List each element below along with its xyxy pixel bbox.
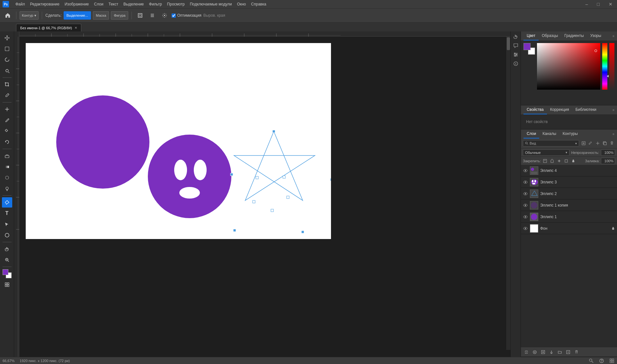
home-tool-btn[interactable] — [3, 10, 13, 21]
layer-item-ellipse4[interactable]: Эллипс 4 — [521, 165, 617, 176]
document-tab[interactable]: Без имени-1 @ 66,7% (RGB/8#) ✕ — [16, 24, 81, 31]
layer-item-ellipse1copy[interactable]: Эллипс 1 копия — [521, 200, 617, 211]
menu-file[interactable]: Файл — [15, 2, 25, 6]
status-help-icon[interactable] — [599, 358, 604, 363]
menu-select[interactable]: Выделение — [123, 2, 144, 6]
zoom-tool[interactable] — [2, 255, 12, 265]
menu-filter[interactable]: Фильтр — [149, 2, 162, 6]
layer-search-dropdown[interactable]: ▾ — [575, 142, 577, 145]
layer-visibility-ellipse3[interactable] — [523, 180, 528, 185]
brush-tool[interactable] — [2, 115, 12, 125]
tab-channels[interactable]: Каналы — [539, 129, 559, 138]
color-picker-indicator[interactable] — [595, 49, 597, 52]
optimize-checkbox[interactable] — [172, 13, 176, 18]
selection-button[interactable]: Выделение... — [64, 11, 91, 20]
layer-delete-icon[interactable] — [609, 140, 615, 146]
lock-all-icon[interactable] — [570, 158, 576, 164]
layer-copy-icon[interactable] — [602, 140, 608, 146]
lock-transparent-icon[interactable] — [542, 158, 548, 164]
color-saturation-picker[interactable] — [537, 43, 600, 90]
menu-plugins[interactable]: Подключаемые модули — [190, 2, 232, 6]
tab-corrections[interactable]: Коррекция — [547, 105, 572, 114]
path-dropdown[interactable]: Контур ▾ — [20, 11, 39, 20]
hand-panel-icon[interactable] — [512, 33, 520, 40]
tab-color[interactable]: Цвет — [523, 31, 539, 40]
tab-gradients[interactable]: Градиенты — [561, 31, 587, 40]
layer-folder-btn[interactable] — [556, 349, 563, 356]
hand-tool[interactable] — [2, 244, 12, 254]
window-maximize[interactable]: □ — [595, 2, 602, 7]
tab-close-btn[interactable]: ✕ — [75, 26, 77, 30]
layer-adj-btn[interactable] — [548, 349, 555, 356]
layer-mask-btn[interactable] — [540, 349, 547, 356]
status-search-icon[interactable] — [589, 358, 594, 363]
fg-bg-swatches[interactable] — [523, 43, 535, 55]
layer-search-bar[interactable]: Вид ▾ — [523, 140, 579, 146]
fg-color-swatch[interactable] — [3, 269, 8, 275]
settings-btn[interactable] — [159, 10, 170, 21]
lasso-tool[interactable] — [2, 55, 12, 65]
lock-artboard-icon[interactable] — [563, 158, 569, 164]
menu-image[interactable]: Изображение — [65, 2, 89, 6]
move-tool[interactable] — [2, 33, 12, 43]
shape-button[interactable]: Фигура — [111, 11, 128, 20]
layer-move-icon[interactable] — [595, 140, 601, 146]
scrollbar-thumb[interactable] — [507, 37, 510, 50]
layer-item-ellipse1[interactable]: Эллипс 1 — [521, 211, 617, 223]
history-tool[interactable] — [2, 137, 12, 147]
layer-visibility-background[interactable] — [523, 226, 528, 231]
menu-text[interactable]: Текст — [109, 2, 118, 6]
quick-selection-tool[interactable] — [2, 66, 12, 76]
layers-panel-expand[interactable]: ≡ — [613, 132, 614, 136]
align-btn[interactable] — [147, 10, 157, 21]
eraser-tool[interactable] — [2, 151, 12, 161]
mask-button[interactable]: Маска — [93, 11, 109, 20]
menu-help[interactable]: Справка — [251, 2, 266, 6]
layer-item-ellipse2[interactable]: Эллипс 2 — [521, 188, 617, 200]
lock-image-icon[interactable] — [549, 158, 555, 164]
layer-edit-icon[interactable] — [587, 140, 594, 146]
canvas[interactable] — [26, 43, 331, 239]
layer-visibility-ellipse1copy[interactable] — [523, 203, 528, 208]
tab-layers[interactable]: Слои — [523, 129, 539, 138]
eyedropper-tool[interactable] — [2, 90, 12, 101]
window-minimize[interactable]: – — [584, 2, 590, 7]
color-swatches[interactable] — [2, 269, 12, 279]
props-panel-expand[interactable]: ≡ — [613, 108, 614, 112]
extra-tool[interactable] — [2, 280, 12, 290]
canvas-area[interactable] — [14, 31, 510, 357]
menu-window[interactable]: Окно — [237, 2, 246, 6]
path-selection-tool[interactable] — [2, 219, 12, 229]
tab-swatches[interactable]: Образцы — [539, 31, 561, 40]
vertical-scrollbar[interactable] — [506, 37, 510, 350]
info-panel-icon[interactable] — [512, 60, 520, 67]
blur-tool[interactable] — [2, 173, 12, 183]
alpha-slider[interactable] — [609, 43, 614, 90]
tab-patterns[interactable]: Узоры — [587, 31, 604, 40]
fg-color-box[interactable] — [523, 43, 531, 50]
layer-effect-btn[interactable] — [531, 349, 538, 356]
color-gradient-area[interactable] — [537, 43, 600, 90]
hue-slider[interactable] — [602, 43, 607, 90]
opacity-input[interactable]: 100% — [601, 149, 615, 156]
tab-properties[interactable]: Свойства — [523, 105, 547, 114]
menu-layers[interactable]: Слои — [94, 2, 103, 6]
crop-tool[interactable] — [2, 79, 12, 90]
healing-tool[interactable] — [2, 104, 12, 114]
selection-tool[interactable] — [2, 44, 12, 54]
fill-input[interactable]: 100% — [601, 158, 615, 164]
gradient-tool[interactable] — [2, 162, 12, 172]
layer-visibility-ellipse2[interactable] — [523, 191, 528, 196]
layer-delete-btn[interactable] — [573, 349, 580, 356]
clone-tool[interactable] — [2, 126, 12, 136]
chat-panel-icon[interactable] — [512, 42, 520, 49]
menu-view[interactable]: Просмотр — [167, 2, 185, 6]
color-panel-expand[interactable]: ≡ — [613, 34, 614, 38]
shape-tool[interactable] — [2, 230, 12, 240]
dodge-tool[interactable] — [2, 183, 12, 194]
text-tool[interactable]: T — [2, 208, 12, 218]
transform-btn[interactable] — [135, 10, 145, 21]
layer-link-btn[interactable] — [523, 349, 530, 356]
tab-libraries[interactable]: Библиотеки — [572, 105, 600, 114]
menu-edit[interactable]: Редактирование — [30, 2, 59, 6]
